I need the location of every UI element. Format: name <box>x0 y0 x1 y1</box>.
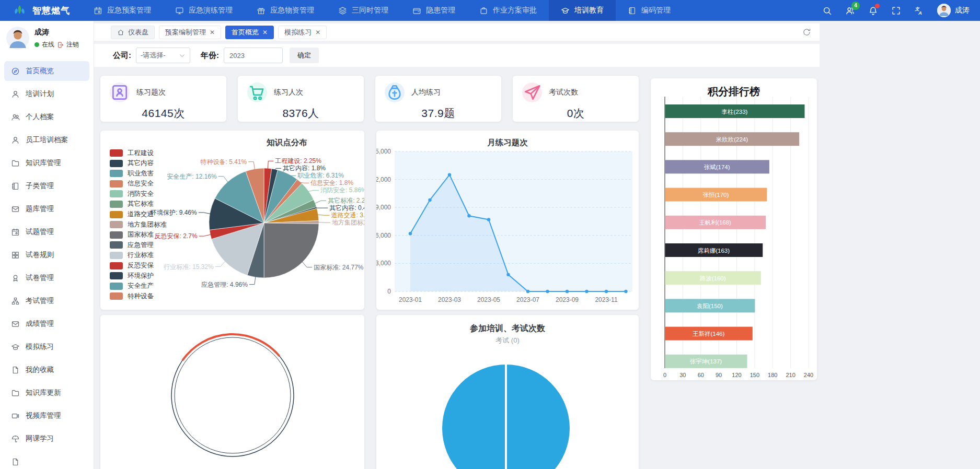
svg-text:信息安全: 1.8%: 信息安全: 1.8% <box>310 179 353 186</box>
notebook-icon <box>11 182 20 191</box>
pie-legend-item-5[interactable]: 其它标准 <box>110 201 167 208</box>
pie-legend-item-9[interactable]: 应急管理 <box>110 241 167 249</box>
app: 智慧燃气 应急预案管理应急演练管理应急物资管理三同时管理隐患管理作业方案审批培训… <box>0 0 980 469</box>
pie-legend-item-8[interactable]: 国家标准 <box>110 231 167 239</box>
sidebar-item-5[interactable]: 子类管理 <box>4 176 89 196</box>
pie-legend-item-10[interactable]: 行业标准 <box>110 252 167 259</box>
gradcap-icon <box>11 343 20 351</box>
tab-0[interactable]: 仪表盘 <box>111 26 155 39</box>
stat-label: 人均练习 <box>411 88 441 97</box>
topnav-item-0[interactable]: 应急预案管理 <box>82 0 163 21</box>
pie-chart-title: 知识点分布 <box>210 137 364 148</box>
tab-1[interactable]: 预案编制管理✕ <box>159 26 221 39</box>
umbrella-icon <box>11 435 20 443</box>
tab-2[interactable]: 首页概览✕ <box>225 26 274 39</box>
score-ranking-chart[interactable]: 0306090120150180210240李柱(233)米欣欣(224)张斌(… <box>651 78 817 380</box>
brand[interactable]: 智慧燃气 <box>0 0 82 21</box>
sidebar-item-16[interactable]: 网课学习 <box>4 429 89 449</box>
topnav-item-2[interactable]: 应急物资管理 <box>245 0 326 21</box>
monthly-line-chart[interactable]: 03,0006,0009,00012,00015,0002023-012023-… <box>376 131 639 310</box>
tab-3[interactable]: 模拟练习✕ <box>278 26 327 39</box>
logout-button[interactable]: 注销 <box>57 40 79 49</box>
close-icon[interactable]: ✕ <box>210 29 215 36</box>
bell-icon[interactable] <box>868 6 878 16</box>
sidebar-item-7[interactable]: 试题管理 <box>4 222 89 242</box>
pie-legend-item-3[interactable]: 信息安全 <box>110 180 167 187</box>
pie-legend-item-4[interactable]: 消防安全 <box>110 190 167 197</box>
monitor-icon <box>175 6 184 15</box>
stat-label: 练习题次 <box>136 88 166 97</box>
stat-value: 0次 <box>522 106 629 121</box>
close-icon[interactable]: ✕ <box>262 29 268 36</box>
topnav-item-3[interactable]: 三同时管理 <box>326 0 400 21</box>
sidebar-item-2[interactable]: 个人档案 <box>4 107 89 127</box>
sidebar-item-13[interactable]: 我的收藏 <box>4 360 89 380</box>
close-icon[interactable]: ✕ <box>315 29 320 36</box>
svg-text:张恒(170): 张恒(170) <box>702 192 729 198</box>
sidebar-item-3[interactable]: 员工培训档案 <box>4 130 89 150</box>
sidebar-item-9[interactable]: 试卷管理 <box>4 268 89 288</box>
sidebar-item-1[interactable]: 培训计划 <box>4 84 89 104</box>
sidebar-item-14[interactable]: 知识库更新 <box>4 383 89 403</box>
company-select[interactable]: -请选择- <box>136 48 190 63</box>
svg-text:0: 0 <box>387 288 391 295</box>
sidebar-item-17[interactable] <box>4 452 89 469</box>
topnav-item-7[interactable]: 编码管理 <box>616 0 683 21</box>
gradcap-icon <box>561 6 570 15</box>
alert-dot <box>875 4 880 8</box>
svg-text:9,000: 9,000 <box>376 204 391 211</box>
doc-icon <box>11 366 20 374</box>
sidebar-item-4[interactable]: 知识库管理 <box>4 153 89 173</box>
calendar-icon <box>11 228 20 237</box>
fullscreen-icon[interactable] <box>891 6 901 16</box>
logout-icon <box>57 41 64 49</box>
topnav-item-4[interactable]: 隐患管理 <box>400 0 467 21</box>
year-input[interactable] <box>224 48 283 63</box>
pie-legend-item-7[interactable]: 地方集团标准 <box>110 221 167 228</box>
home-icon <box>117 29 124 36</box>
sidebar-item-15[interactable]: 视频库管理 <box>4 406 89 426</box>
plane-icon <box>522 83 542 102</box>
legend-swatch <box>110 211 123 218</box>
pie-legend-item-13[interactable]: 安全生产 <box>110 283 167 290</box>
stats-row: 练习题次46145次练习人次8376人人均练习37.9题考试次数0次 <box>100 76 639 122</box>
topnav-item-5[interactable]: 作业方案审批 <box>467 0 549 21</box>
topnav-user[interactable]: 成涛 <box>937 4 970 17</box>
filterbar: 公司: -请选择- 年份: 确定 <box>94 44 820 67</box>
pie-legend-item-11[interactable]: 反恐安保 <box>110 262 167 269</box>
pie-legend-item-6[interactable]: 道路交通 <box>110 211 167 218</box>
training-exam-legend[interactable]: 考试 (0) <box>376 336 639 345</box>
ring-chart[interactable] <box>100 315 364 469</box>
translate-icon[interactable]: 文A <box>914 6 924 16</box>
stat-card-0: 练习题次46145次 <box>100 76 226 122</box>
topnav-item-1[interactable]: 应急演练管理 <box>163 0 245 21</box>
pie-legend-item-1[interactable]: 其它内容 <box>110 160 167 167</box>
people-icon <box>11 113 20 122</box>
search-icon[interactable] <box>822 6 832 16</box>
refresh-icon[interactable] <box>802 28 811 37</box>
stat-value: 46145次 <box>110 106 217 121</box>
pie-legend-item-12[interactable]: 环境保护 <box>110 272 167 279</box>
pie-legend-item-2[interactable]: 职业危害 <box>110 170 167 177</box>
topnav-actions: 4 文A 成涛 <box>822 0 980 21</box>
legend-swatch <box>110 283 123 290</box>
confirm-button[interactable]: 确定 <box>290 48 319 63</box>
sidebar-item-10[interactable]: 考试管理 <box>4 291 89 311</box>
svg-text:15,000: 15,000 <box>376 148 391 155</box>
user-group-icon[interactable]: 4 <box>845 6 855 16</box>
svg-text:120: 120 <box>732 372 741 378</box>
pie-legend-item-14[interactable]: 特种设备 <box>110 292 167 300</box>
sidebar-item-6[interactable]: 题库管理 <box>4 199 89 219</box>
sidebar-item-8[interactable]: 试卷规则 <box>4 245 89 265</box>
line-chart-title: 月练习题次 <box>376 137 639 148</box>
score-ranking-card: 积分排行榜 0306090120150180210240李柱(233)米欣欣(2… <box>651 78 817 380</box>
svg-text:其它内容: 0.45%: 其它内容: 0.45% <box>329 204 364 212</box>
knowledge-distribution-card: 知识点分布 工程建设其它内容职业危害信息安全消防安全其它标准道路交通地方集团标准… <box>100 131 364 310</box>
sidebar-item-0[interactable]: 首页概览 <box>4 61 89 81</box>
sidebar-item-11[interactable]: 成绩管理 <box>4 314 89 334</box>
pie-legend-item-0[interactable]: 工程建设 <box>110 149 167 157</box>
mail-icon <box>11 205 20 214</box>
sidebar-item-12[interactable]: 模拟练习 <box>4 337 89 357</box>
topnav-item-6[interactable]: 培训教育 <box>549 0 616 21</box>
svg-text:210: 210 <box>786 372 795 378</box>
